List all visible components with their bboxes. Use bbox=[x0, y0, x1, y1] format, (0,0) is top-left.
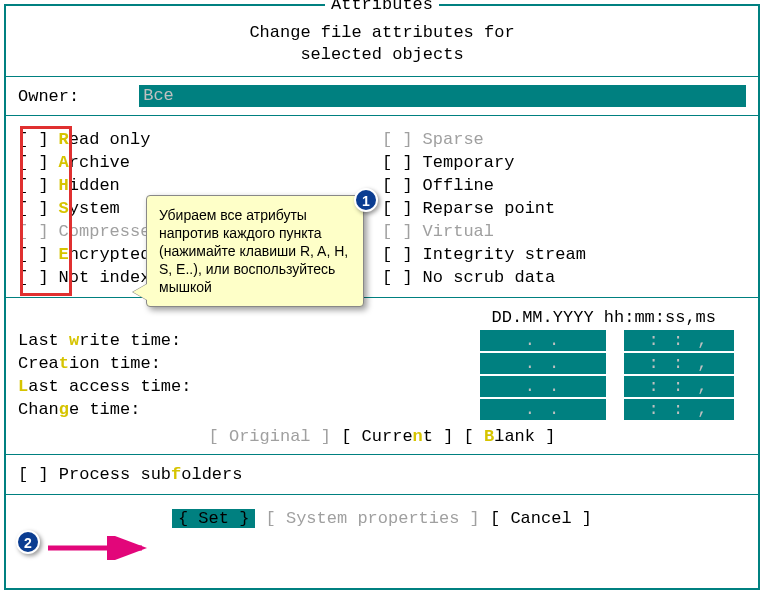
step-badge-2: 2 bbox=[16, 530, 40, 554]
cancel-button[interactable]: [ Cancel ] bbox=[490, 509, 592, 528]
attributes-section: [ ]Read only [ ]Archive [ ]Hidden [ ]Sys… bbox=[6, 116, 758, 297]
access-time-field[interactable]: : : , bbox=[624, 376, 734, 397]
attr-hidden[interactable]: [ ]Hidden bbox=[18, 174, 382, 197]
change-time-field[interactable]: : : , bbox=[624, 399, 734, 420]
creation-date-field[interactable]: . . bbox=[480, 353, 606, 374]
creation-time-field[interactable]: : : , bbox=[624, 353, 734, 374]
dialog-subtitle: Change file attributes for selected obje… bbox=[6, 22, 758, 66]
time-access: Last access time: . . : : , bbox=[18, 375, 746, 398]
times-section: DD.MM.YYYY hh:mm:ss,ms Last write time: … bbox=[6, 297, 758, 454]
owner-section: Owner: Все bbox=[6, 76, 758, 116]
attr-temporary[interactable]: [ ]Temporary bbox=[382, 151, 746, 174]
step-badge-1: 1 bbox=[354, 188, 378, 212]
attr-offline[interactable]: [ ]Offline bbox=[382, 174, 746, 197]
time-change: Change time: . . : : , bbox=[18, 398, 746, 421]
arrow-icon bbox=[46, 536, 156, 560]
time-header: DD.MM.YYYY hh:mm:ss,ms bbox=[18, 308, 746, 327]
access-date-field[interactable]: . . bbox=[480, 376, 606, 397]
attr-readonly[interactable]: [ ]Read only bbox=[18, 128, 382, 151]
system-properties-button: [ System properties ] bbox=[266, 509, 480, 528]
write-time-field[interactable]: : : , bbox=[624, 330, 734, 351]
owner-label: Owner: bbox=[18, 87, 79, 106]
original-button: [ Original ] bbox=[209, 427, 331, 446]
time-write: Last write time: . . : : , bbox=[18, 329, 746, 352]
process-subfolders-checkbox[interactable]: [ ] Process subfolders bbox=[18, 465, 242, 484]
blank-button[interactable]: [ Blank ] bbox=[464, 427, 556, 446]
attributes-dialog: Attributes Change file attributes for se… bbox=[4, 4, 760, 590]
attr-noscrub[interactable]: [ ]No scrub data bbox=[382, 266, 746, 289]
attr-integrity[interactable]: [ ]Integrity stream bbox=[382, 243, 746, 266]
time-creation: Creation time: . . : : , bbox=[18, 352, 746, 375]
dialog-title: Attributes bbox=[6, 0, 758, 14]
attrs-right-col: [ ]Sparse [ ]Temporary [ ]Offline [ ]Rep… bbox=[382, 128, 746, 289]
owner-field[interactable]: Все bbox=[139, 85, 746, 107]
actions-section: { Set } [ System properties ] [ Cancel ] bbox=[6, 495, 758, 542]
annotation-tooltip: Убираем все атрибуты напротив каждого пу… bbox=[146, 195, 364, 307]
set-button[interactable]: { Set } bbox=[172, 509, 255, 528]
attr-sparse: [ ]Sparse bbox=[382, 128, 746, 151]
current-button[interactable]: [ Current ] bbox=[341, 427, 453, 446]
change-date-field[interactable]: . . bbox=[480, 399, 606, 420]
write-date-field[interactable]: . . bbox=[480, 330, 606, 351]
subfolders-section: [ ] Process subfolders bbox=[6, 454, 758, 495]
attr-virtual: [ ]Virtual bbox=[382, 220, 746, 243]
attr-reparse[interactable]: [ ]Reparse point bbox=[382, 197, 746, 220]
attr-archive[interactable]: [ ]Archive bbox=[18, 151, 382, 174]
